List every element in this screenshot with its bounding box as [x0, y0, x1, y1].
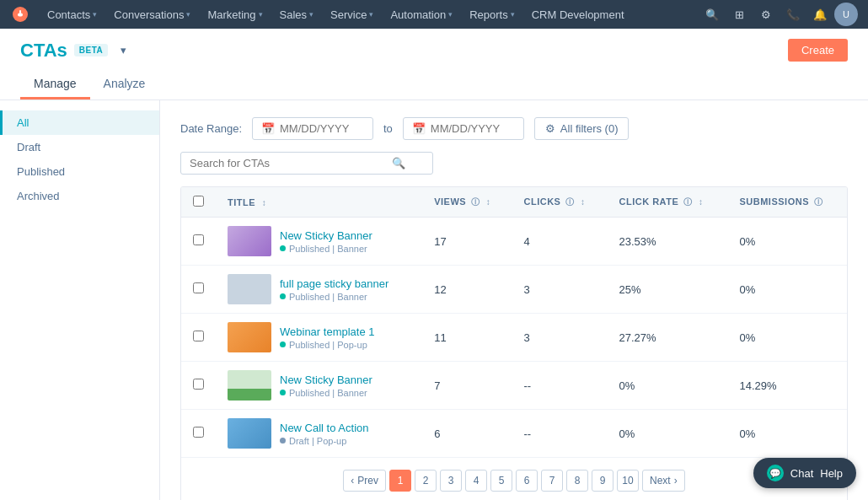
- row-clicks-cell: --: [512, 362, 607, 410]
- select-all-checkbox[interactable]: [193, 196, 204, 207]
- title-dropdown-arrow[interactable]: ▾: [115, 42, 131, 59]
- search-icon[interactable]: 🔍: [392, 157, 405, 169]
- info-click-rate-icon[interactable]: ⓘ: [683, 197, 693, 207]
- tab-manage[interactable]: Manage: [20, 70, 90, 99]
- nav-sales[interactable]: Sales ▾: [273, 0, 321, 29]
- sort-title-icon[interactable]: ↕: [262, 198, 267, 207]
- grid-icon[interactable]: ⊞: [726, 2, 752, 27]
- sidebar-item-draft[interactable]: Draft: [0, 135, 159, 159]
- phone-icon[interactable]: 📞: [780, 2, 806, 27]
- nav-contacts[interactable]: Contacts ▾: [40, 0, 104, 29]
- search-input[interactable]: [190, 157, 392, 169]
- page-8-button[interactable]: 8: [566, 470, 588, 492]
- create-button[interactable]: Create: [788, 39, 848, 62]
- help-label: Help: [820, 467, 843, 480]
- page-4-button[interactable]: 4: [465, 470, 487, 492]
- all-filters-button[interactable]: ⚙ All filters (0): [534, 117, 630, 140]
- cta-name[interactable]: New Sticky Banner: [280, 229, 372, 242]
- info-views-icon[interactable]: ⓘ: [471, 197, 480, 207]
- page-tabs: Manage Analyze: [20, 70, 848, 99]
- page-9-button[interactable]: 9: [592, 470, 613, 492]
- info-clicks-icon[interactable]: ⓘ: [565, 197, 575, 207]
- search-icon[interactable]: 🔍: [699, 2, 725, 27]
- nav-reports[interactable]: Reports ▾: [463, 0, 522, 29]
- page-1-button[interactable]: 1: [389, 470, 411, 492]
- cta-name[interactable]: New Sticky Banner: [280, 374, 372, 386]
- nav-service[interactable]: Service ▾: [324, 0, 380, 29]
- cta-thumbnail: [228, 418, 271, 449]
- sidebar-item-published[interactable]: Published: [0, 159, 159, 184]
- all-filters-label: All filters (0): [560, 122, 619, 135]
- user-avatar[interactable]: U: [834, 3, 858, 26]
- page-5-button[interactable]: 5: [490, 470, 512, 492]
- chevron-down-icon: ▾: [309, 10, 313, 19]
- info-submissions-icon[interactable]: ⓘ: [814, 197, 823, 207]
- sort-clicks-icon[interactable]: ↕: [581, 197, 586, 207]
- chevron-down-icon: ▾: [186, 10, 190, 19]
- date-start-input-wrap[interactable]: 📅: [252, 117, 373, 140]
- row-submissions-cell: 0%: [727, 314, 847, 362]
- row-submissions-cell: 0%: [727, 410, 847, 458]
- table-row: Webinar template 1 Published | Pop-up 11…: [181, 314, 847, 362]
- top-navigation: Contacts ▾ Conversations ▾ Marketing ▾ S…: [0, 0, 868, 29]
- row-clicks-cell: 3: [512, 266, 607, 314]
- page-2-button[interactable]: 2: [415, 470, 437, 492]
- row-checkbox-cell: [181, 410, 216, 458]
- row-checkbox-4[interactable]: [193, 379, 204, 390]
- cta-name[interactable]: Webinar template 1: [280, 325, 375, 338]
- row-checkbox-2[interactable]: [193, 282, 204, 293]
- row-checkbox-cell: [181, 314, 216, 362]
- hubspot-logo[interactable]: [10, 4, 30, 24]
- col-header-views: VIEWS ⓘ ↕: [422, 187, 512, 218]
- cta-name[interactable]: full page sticky banner: [280, 277, 388, 290]
- cta-meta: Published | Pop-up: [280, 340, 375, 350]
- row-checkbox-5[interactable]: [193, 427, 204, 438]
- sort-click-rate-icon[interactable]: ↕: [699, 197, 704, 207]
- svg-rect-1: [19, 10, 21, 13]
- nav-conversations[interactable]: Conversations ▾: [107, 0, 197, 29]
- col-header-title: TITLE ↕: [216, 187, 422, 218]
- page-7-button[interactable]: 7: [541, 470, 563, 492]
- table-row: New Call to Action Draft | Pop-up 6 -- 0…: [181, 410, 847, 458]
- sidebar-item-all[interactable]: All: [0, 110, 159, 135]
- nav-marketing[interactable]: Marketing ▾: [201, 0, 269, 29]
- to-label: to: [383, 122, 393, 135]
- row-click-rate-cell: 25%: [607, 266, 727, 314]
- page-10-button[interactable]: 10: [617, 470, 639, 492]
- beta-badge: BETA: [74, 44, 108, 56]
- chevron-down-icon: ▾: [93, 10, 97, 19]
- row-checkbox-1[interactable]: [193, 234, 204, 245]
- bell-icon[interactable]: 🔔: [807, 2, 833, 27]
- main-layout: All Draft Published Archived Date Range:…: [0, 100, 868, 500]
- row-checkbox-cell: [181, 266, 216, 314]
- nav-crm-development[interactable]: CRM Development: [525, 0, 631, 29]
- cta-status-text: Draft | Pop-up: [289, 436, 346, 446]
- calendar-start-icon: 📅: [261, 122, 275, 135]
- row-clicks-cell: 4: [512, 218, 607, 266]
- row-views-cell: 6: [422, 410, 512, 458]
- date-end-input[interactable]: [431, 122, 515, 135]
- page-3-button[interactable]: 3: [440, 470, 462, 492]
- sidebar-item-archived[interactable]: Archived: [0, 184, 159, 208]
- sort-views-icon[interactable]: ↕: [486, 197, 491, 207]
- prev-button[interactable]: ‹ Prev: [343, 470, 386, 492]
- calendar-end-icon: 📅: [412, 122, 426, 135]
- page-6-button[interactable]: 6: [516, 470, 538, 492]
- nav-automation[interactable]: Automation ▾: [383, 0, 459, 29]
- row-submissions-cell: 0%: [727, 266, 847, 314]
- row-checkbox-3[interactable]: [193, 331, 204, 341]
- table-row: full page sticky banner Published | Bann…: [181, 266, 847, 314]
- tab-analyze[interactable]: Analyze: [90, 70, 159, 99]
- row-submissions-cell: 0%: [727, 218, 847, 266]
- col-header-clicks: CLICKS ⓘ ↕: [512, 187, 607, 218]
- status-dot: [280, 245, 286, 251]
- date-start-input[interactable]: [280, 122, 364, 135]
- cta-info: Webinar template 1 Published | Pop-up: [280, 325, 375, 350]
- date-end-input-wrap[interactable]: 📅: [403, 117, 524, 140]
- cta-name[interactable]: New Call to Action: [280, 422, 369, 434]
- settings-icon[interactable]: ⚙: [753, 2, 779, 27]
- row-click-rate-cell: 0%: [607, 410, 727, 458]
- chat-widget[interactable]: 💬 Chat Help: [753, 458, 856, 488]
- select-all-header: [181, 187, 216, 218]
- next-button[interactable]: Next ›: [642, 470, 685, 492]
